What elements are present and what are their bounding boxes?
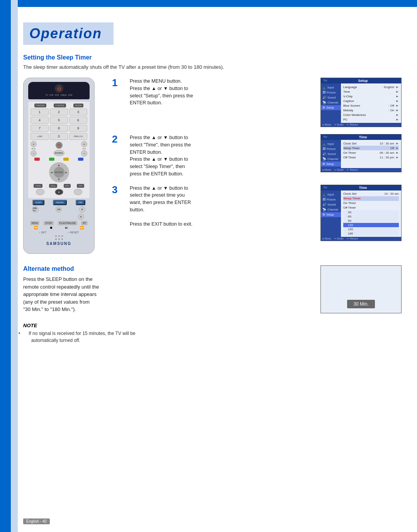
- dropdown-120: 120: [343, 223, 399, 227]
- nav-picture-3: 🖼Picture: [321, 197, 341, 202]
- btn-8[interactable]: 8: [50, 125, 68, 132]
- mts-button[interactable]: MTS: [64, 184, 71, 188]
- right-round-1[interactable]: [74, 189, 82, 195]
- step-2-number: 2: [112, 134, 124, 144]
- source-button[interactable]: SOURCE: [54, 150, 64, 156]
- nav-right-arrow[interactable]: ►: [65, 171, 68, 174]
- nav-sound-2: 🔊Sound: [321, 151, 341, 156]
- nav-sound: 🔊Sound: [321, 95, 341, 100]
- s-mode-button[interactable]: S.MODE: [54, 104, 66, 107]
- step-3-row: 3 Press the ▲ or ▼ button to select the …: [112, 185, 402, 241]
- prech-ok-row2: ∨: [28, 214, 90, 220]
- mute-button[interactable]: 🔇: [56, 142, 63, 149]
- nav-down-arrow[interactable]: ▼: [58, 178, 61, 181]
- note-bullet-1: If no signal is received for 15 minutes,…: [23, 330, 402, 344]
- vol-up[interactable]: +: [31, 141, 37, 147]
- p-size-button[interactable]: P.SIZE: [34, 184, 42, 188]
- btn-5[interactable]: 5: [50, 117, 68, 124]
- dropdown-90: 90: [343, 219, 399, 223]
- btn-3[interactable]: 3: [69, 109, 87, 116]
- green-button[interactable]: [49, 158, 54, 161]
- sleep-button[interactable]: SLEEP: [32, 200, 44, 205]
- remote-dots-2: [28, 238, 90, 240]
- btn-1[interactable]: 1: [31, 109, 49, 116]
- ff-button[interactable]: FF: [81, 221, 88, 225]
- ch-down-2[interactable]: ∨: [78, 214, 84, 220]
- remote-control: ⏻ TV STB VCR CABLE DVD P.MODE S.MODE: [23, 78, 95, 254]
- remote-dots-1: [28, 235, 90, 237]
- btn-6[interactable]: 6: [69, 117, 87, 124]
- footer-badge: English - 40: [23, 518, 50, 524]
- tv-sidebar-2: 📺Input 🖼Picture 🔊Sound 📡Channel ⚙Setup C…: [321, 140, 401, 168]
- p-mode-button[interactable]: P.MODE: [34, 104, 46, 107]
- tv-footer-2: ♦ Move↵ Enter↩ Return: [321, 168, 401, 172]
- add-del-button[interactable]: ADD/DEL: [53, 200, 67, 205]
- content-row: ⏻ TV STB VCR CABLE DVD P.MODE S.MODE: [23, 78, 402, 254]
- mode-button[interactable]: MODE: [73, 104, 83, 107]
- vcr-label: VCR: [55, 94, 59, 96]
- vol-ch-row: + VOL − 🔇 SOURCE + CH −: [31, 141, 87, 156]
- tv-label: TV: [46, 94, 48, 96]
- note-section: NOTE If no signal is received for 15 min…: [23, 323, 402, 344]
- pre-ch-button[interactable]: PRE-CH: [32, 206, 39, 212]
- ch-up-2[interactable]: ∧: [79, 206, 85, 212]
- yellow-button[interactable]: [63, 158, 69, 161]
- stop-button[interactable]: STOP: [44, 221, 54, 225]
- tv-menu-1: Language: English ► Time► V-Chip► Captio…: [341, 83, 401, 123]
- mode-buttons-row: P.MODE S.MODE MODE: [31, 104, 87, 107]
- step-1-screen: TV Setup 📺Input 🖼Picture 🔊Sound 📡Channel…: [320, 78, 402, 127]
- play-pause-button[interactable]: PLAY/PAUSE: [58, 221, 78, 225]
- note-title: NOTE: [23, 323, 402, 328]
- btn-4[interactable]: 4: [31, 117, 49, 124]
- power-button[interactable]: ⏻: [55, 84, 63, 93]
- dnr-button[interactable]: DNR: [76, 200, 85, 205]
- transport-icons-row: ⏪ ⏹ ⏯ ⏩: [28, 226, 90, 229]
- tv-screen-2: TV Time 📺Input 🖼Picture 🔊Sound 📡Channel …: [320, 134, 402, 172]
- special-buttons-row: SLEEP ADD/DEL DNR: [28, 200, 90, 205]
- page-footer: English - 40: [23, 518, 50, 524]
- tv-screen-2-title: Time: [359, 135, 367, 139]
- remote-source-labels: TV STB VCR CABLE DVD: [31, 94, 86, 96]
- menu-vchip: V-Chip►: [343, 94, 399, 99]
- btn-0[interactable]: 0: [50, 133, 68, 140]
- tv-header-left-2: TV: [323, 135, 327, 139]
- menu-clockset: Clock Set10 : 30 am ►: [343, 141, 399, 146]
- btn-prech[interactable]: PRE-CH: [69, 133, 87, 140]
- step-1-row: 1 Press the MENU button. Press the ▲ or …: [112, 78, 402, 127]
- tv-header-left-1: TV: [323, 79, 327, 83]
- rew-button[interactable]: REW: [30, 221, 39, 225]
- tv-sidebar-1: 📺Input 🖼Picture 🔊Sound 📡Channel ⚙Setup L…: [321, 83, 401, 123]
- left-sidebar: [0, 0, 11, 532]
- transport-buttons: REW STOP PLAY/PAUSE FF: [28, 221, 90, 225]
- btn-9[interactable]: 9: [69, 125, 87, 132]
- nav-left-arrow[interactable]: ◄: [50, 171, 53, 174]
- dropdown-30: 30: [343, 210, 399, 214]
- blue-button[interactable]: [78, 158, 83, 161]
- nav-setup: ⚙Setup: [321, 105, 341, 110]
- dvd-label: DVD: [68, 94, 73, 96]
- steps-section: 1 Press the MENU button. Press the ▲ or …: [112, 78, 402, 248]
- center-round-1[interactable]: ●: [55, 189, 63, 195]
- ok-button[interactable]: OK: [56, 206, 62, 212]
- menu-clockset-3: Clock Set10 : 30 am: [343, 192, 399, 196]
- left-sidebar-light: [11, 0, 18, 532]
- srs-button[interactable]: SRS: [77, 184, 84, 188]
- red-button[interactable]: [34, 158, 40, 161]
- ch-up[interactable]: +: [81, 141, 87, 147]
- enter-button[interactable]: ENTER: [54, 167, 64, 178]
- still-button[interactable]: STILL: [49, 184, 57, 188]
- section-heading: Setting the Sleep Timer: [23, 54, 402, 61]
- operation-title-box: Operation: [23, 22, 114, 45]
- left-round-1[interactable]: [36, 189, 44, 195]
- tv-footer-3: ♦ Move↵ Enter↩ Return: [321, 237, 401, 241]
- ch-down[interactable]: −: [81, 150, 87, 156]
- vol-down[interactable]: −: [31, 150, 37, 156]
- top-bar: [0, 0, 417, 7]
- nav-up-arrow[interactable]: ▲: [58, 163, 61, 167]
- btn-7[interactable]: 7: [31, 125, 49, 132]
- btn-2[interactable]: 2: [50, 109, 68, 116]
- alternate-heading: Alternate method: [23, 265, 309, 272]
- step-3-screen: TV Time 📺Input 🖼Picture 🔊Sound 📡Channel …: [320, 185, 402, 241]
- btn-plus100[interactable]: +100: [31, 133, 49, 140]
- tv-sidebar-3: 📺Input 🖼Picture 🔊Sound 📡Channel ⚙Setup C…: [321, 190, 401, 237]
